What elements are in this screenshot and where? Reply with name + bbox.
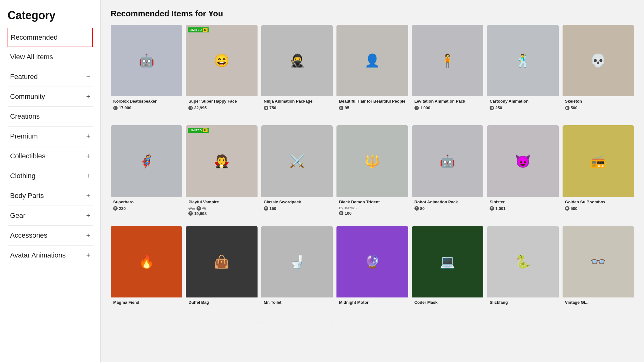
- item-card[interactable]: 🔮Midnight Motor: [336, 226, 408, 323]
- item-name: Golden Su Boombox: [565, 200, 631, 205]
- item-info: Coder Mask: [412, 297, 483, 323]
- item-info: Super Super Happy FaceR32,995: [186, 96, 257, 122]
- item-emoji: 🕺: [487, 25, 558, 96]
- item-thumbnail: 🐍: [487, 226, 558, 297]
- item-card[interactable]: 👜Duffel Bag: [186, 226, 257, 323]
- sidebar-item-recommended[interactable]: Recommended: [8, 28, 93, 47]
- sidebar-item-label: Gear: [10, 212, 25, 220]
- item-card[interactable]: 😈SinisterR1,001: [487, 125, 558, 222]
- robux-icon: R: [264, 106, 268, 110]
- sidebar-item-collectibles[interactable]: Collectibles+: [8, 146, 93, 166]
- robux-icon: R: [414, 206, 419, 211]
- item-info: SuperheroR230: [111, 197, 182, 222]
- robux-icon: R: [339, 106, 343, 110]
- item-card[interactable]: 💻Coder Mask: [412, 226, 483, 323]
- robux-icon: R: [565, 106, 569, 110]
- item-emoji: 👓: [563, 226, 634, 297]
- item-card[interactable]: 🤖Robot Animation PackR80: [412, 125, 483, 222]
- item-info: Ninja Animation PackageR750: [261, 96, 333, 122]
- item-card[interactable]: 🥷Ninja Animation PackageR750: [261, 25, 333, 122]
- item-card[interactable]: 🚽Mr. Toilet: [261, 226, 333, 323]
- item-emoji: 🥷: [261, 25, 333, 96]
- sidebar-item-label: View All Items: [10, 53, 53, 61]
- sidebar-item-premium[interactable]: Premium+: [8, 127, 93, 146]
- item-name: Superhero: [113, 200, 180, 205]
- price-value: 17,000: [119, 105, 131, 110]
- item-emoji: 🔱: [336, 125, 408, 197]
- sidebar-item-avatar-animations[interactable]: Avatar Animations+: [8, 246, 93, 265]
- item-card[interactable]: 🦸SuperheroR230: [111, 125, 182, 222]
- item-info: Duffel Bag: [186, 297, 257, 323]
- item-card[interactable]: 👤Beautiful Hair for Beautiful PeopleR95: [336, 25, 408, 122]
- robux-icon: R: [490, 106, 494, 110]
- limited-badge: LIMITEDU: [188, 27, 209, 32]
- item-emoji: ⚔️: [261, 125, 333, 197]
- plus-icon: +: [86, 212, 90, 220]
- item-info: Cartoony AnimationR250: [487, 96, 558, 122]
- item-thumbnail: 😈: [487, 125, 558, 197]
- sidebar-item-view-all-items[interactable]: View All Items: [8, 47, 93, 67]
- item-price: R150: [264, 206, 330, 211]
- main-content: Recommended Items for You 🤖Korblox Death…: [101, 0, 644, 362]
- robux-icon: R: [414, 106, 419, 110]
- item-name: Black Demon Trident: [339, 200, 405, 205]
- item-card[interactable]: 🕺Cartoony AnimationR250: [487, 25, 558, 122]
- item-price: R500: [565, 206, 631, 211]
- sidebar-item-community[interactable]: Community+: [8, 87, 93, 107]
- item-thumbnail: 🔱: [336, 125, 408, 197]
- item-info: Mr. Toilet: [261, 297, 333, 323]
- price-value: 500: [571, 105, 578, 110]
- price-value: 750: [269, 105, 276, 110]
- item-card[interactable]: 📻Golden Su BoomboxR500: [563, 125, 634, 222]
- item-info: SkeletonR500: [563, 96, 634, 122]
- item-price: R19,998: [188, 211, 255, 216]
- item-price: R1,001: [490, 206, 556, 211]
- item-card[interactable]: 💀SkeletonR500: [563, 25, 634, 122]
- price-value: 150: [269, 206, 276, 211]
- item-card[interactable]: 🤖Korblox DeathspeakerR17,000: [111, 25, 182, 122]
- item-name: Mr. Toilet: [264, 300, 330, 305]
- item-card[interactable]: 👓Vintage Gl...: [563, 226, 634, 323]
- item-name: Skeleton: [565, 99, 631, 104]
- item-thumbnail: 🕺: [487, 25, 558, 96]
- plus-icon: +: [86, 132, 90, 140]
- robux-icon: R: [113, 106, 118, 110]
- item-thumbnail: 🧛LIMITEDU: [186, 125, 257, 197]
- item-price: R100: [339, 211, 405, 216]
- item-card[interactable]: 😄LIMITEDUSuper Super Happy FaceR32,995: [186, 25, 257, 122]
- item-card[interactable]: 🔥Magma Fiend: [111, 226, 182, 323]
- item-name: Cartoony Animation: [490, 99, 556, 104]
- item-thumbnail: 🚽: [261, 226, 333, 297]
- item-thumbnail: 📻: [563, 125, 634, 197]
- item-thumbnail: 🦸: [111, 125, 182, 197]
- sidebar-item-creations[interactable]: Creations: [8, 107, 93, 127]
- item-row-2: 🔥Magma Fiend👜Duffel Bag🚽Mr. Toilet🔮Midni…: [111, 226, 634, 323]
- item-thumbnail: 😄LIMITEDU: [186, 25, 257, 96]
- item-thumbnail: 👓: [563, 226, 634, 297]
- item-thumbnail: 🤖: [412, 125, 483, 197]
- item-info: Midnight Motor: [336, 297, 408, 323]
- plus-icon: +: [86, 192, 90, 200]
- sidebar-item-label: Premium: [10, 132, 38, 140]
- item-price: R80: [414, 206, 481, 211]
- item-card[interactable]: 🧛LIMITEDUPlayful VampireWas R75R19,998: [186, 125, 257, 222]
- item-name: Robot Animation Pack: [414, 200, 481, 205]
- items-grid: 🤖Korblox DeathspeakerR17,000😄LIMITEDUSup…: [111, 25, 634, 323]
- item-info: Korblox DeathspeakerR17,000: [111, 96, 182, 122]
- item-emoji: 🚽: [261, 226, 333, 297]
- item-thumbnail: 🔥: [111, 226, 182, 297]
- item-name: Levitation Animation Pack: [414, 99, 481, 104]
- sidebar-item-label: Accessories: [10, 231, 47, 240]
- sidebar-item-accessories[interactable]: Accessories+: [8, 226, 93, 246]
- sidebar-item-featured[interactable]: Featured−: [8, 67, 93, 87]
- sidebar-item-body-parts[interactable]: Body Parts+: [8, 186, 93, 206]
- item-name: Ninja Animation Package: [264, 99, 330, 104]
- item-card[interactable]: 🧍Levitation Animation PackR1,000: [412, 25, 483, 122]
- sidebar-item-clothing[interactable]: Clothing+: [8, 166, 93, 186]
- item-price: R95: [339, 105, 405, 110]
- item-card[interactable]: ⚔️Classic SwordpackR150: [261, 125, 333, 222]
- item-card[interactable]: 🔱Black Demon TridentBy Jazzyx3R100: [336, 125, 408, 222]
- item-info: Slickfang: [487, 297, 558, 323]
- sidebar-item-gear[interactable]: Gear+: [8, 206, 93, 226]
- item-card[interactable]: 🐍Slickfang: [487, 226, 558, 323]
